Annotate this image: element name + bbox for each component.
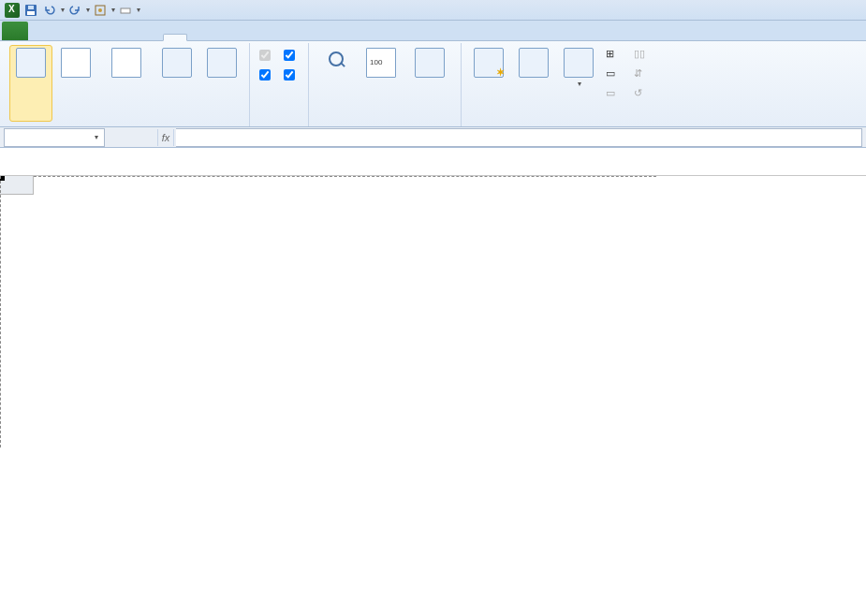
select-all-corner[interactable] <box>0 176 34 195</box>
group-show-label <box>256 122 302 126</box>
split-icon: ⊞ <box>606 48 621 63</box>
tab-insert[interactable] <box>51 35 73 40</box>
svg-point-4 <box>98 8 102 12</box>
name-box-dropdown-icon[interactable]: ▾ <box>95 133 98 141</box>
group-workbook-views <box>4 43 250 126</box>
qat-customize-icon[interactable]: ▾ <box>137 6 140 14</box>
group-window-label <box>467 122 656 126</box>
tab-data[interactable] <box>118 35 140 40</box>
gridlines-checkbox[interactable] <box>259 66 274 83</box>
qat-extra1-icon[interactable] <box>92 2 109 19</box>
quick-access-toolbar: ▾ ▾ ▾ ▾ <box>4 2 140 19</box>
unhide-button: ▭ <box>606 86 624 103</box>
split-button[interactable]: ⊞ <box>606 47 624 64</box>
formula-input[interactable] <box>176 128 862 147</box>
sync-scroll-icon: ⇵ <box>634 67 649 82</box>
tab-home[interactable] <box>28 35 51 40</box>
title-bar: ▾ ▾ ▾ ▾ <box>0 0 866 21</box>
svg-rect-1 <box>27 11 35 15</box>
undo-dropdown-icon[interactable]: ▾ <box>61 6 65 14</box>
formula-bar: ▾ fx <box>0 127 866 148</box>
ribbon: 100 ✶ ▾ ⊞ ▭ ▭ ▯▯ ⇵ ↺ <box>0 41 866 127</box>
tab-file[interactable] <box>2 22 28 40</box>
blank-bar <box>0 148 866 176</box>
group-zoom-label <box>315 122 455 126</box>
qat-extra1-dropdown[interactable]: ▾ <box>111 6 115 14</box>
page-break-vertical <box>0 176 1 447</box>
hide-button[interactable]: ▭ <box>606 66 624 83</box>
normal-view-button[interactable] <box>9 45 52 122</box>
excel-icon[interactable] <box>4 2 21 19</box>
custom-views-button[interactable] <box>155 45 198 122</box>
tab-pdf[interactable] <box>232 35 255 40</box>
tab-add-ins[interactable] <box>187 35 210 40</box>
zoom-button[interactable] <box>315 45 358 122</box>
full-screen-button[interactable] <box>200 45 243 122</box>
zoom-selection-button[interactable] <box>404 45 455 122</box>
side-by-side-icon: ▯▯ <box>634 48 649 63</box>
qat-extra2-icon[interactable] <box>117 2 134 19</box>
view-side-button: ▯▯ <box>634 47 653 64</box>
freeze-panes-button[interactable]: ▾ <box>557 45 600 122</box>
formula-bar-checkbox[interactable] <box>284 47 299 64</box>
zoom-100-button[interactable]: 100 <box>360 45 403 122</box>
arrange-all-button[interactable] <box>512 45 555 122</box>
group-window: ✶ ▾ ⊞ ▭ ▭ ▯▯ ⇵ ↺ <box>462 43 662 126</box>
ribbon-tabs <box>0 21 866 41</box>
tab-formulas[interactable] <box>95 35 118 40</box>
svg-rect-2 <box>28 6 34 9</box>
reset-window-button: ↺ <box>634 86 653 103</box>
headings-checkbox[interactable] <box>284 66 299 83</box>
undo-icon[interactable] <box>41 2 58 19</box>
fx-icon[interactable]: fx <box>157 129 174 146</box>
redo-icon[interactable] <box>66 2 83 19</box>
ruler-checkbox[interactable] <box>259 47 274 64</box>
group-zoom: 100 <box>309 43 462 126</box>
new-window-button[interactable]: ✶ <box>467 45 510 122</box>
hide-icon: ▭ <box>606 67 621 82</box>
tab-acrobat[interactable] <box>255 35 277 40</box>
name-box[interactable]: ▾ <box>4 128 105 147</box>
group-workbook-views-label <box>9 122 243 126</box>
page-break-horizontal <box>34 176 656 177</box>
page-layout-button[interactable] <box>54 45 97 122</box>
tab-page-layout[interactable] <box>73 35 95 40</box>
tab-asap[interactable] <box>210 35 232 40</box>
group-show <box>250 43 309 126</box>
svg-rect-5 <box>121 8 130 13</box>
tab-review[interactable] <box>140 35 163 40</box>
sync-scroll-button: ⇵ <box>634 66 653 83</box>
redo-dropdown-icon[interactable]: ▾ <box>86 6 90 14</box>
tab-view[interactable] <box>163 34 187 41</box>
reset-window-icon: ↺ <box>634 87 649 102</box>
unhide-icon: ▭ <box>606 87 621 102</box>
page-break-button[interactable] <box>99 45 154 122</box>
save-icon[interactable] <box>22 2 39 19</box>
